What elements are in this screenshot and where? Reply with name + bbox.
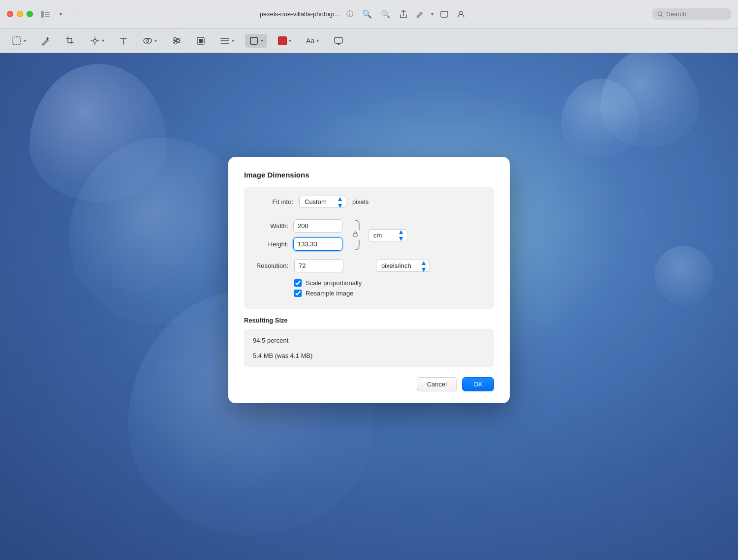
unit-select[interactable]: cm mm inches pixels — [368, 229, 407, 241]
height-row: Height: — [254, 237, 342, 251]
resample-checkbox[interactable] — [294, 290, 302, 297]
resolution-label: Resolution: — [254, 262, 288, 269]
fit-select[interactable]: Custom Screen Print Size — [299, 196, 346, 208]
width-input[interactable] — [293, 219, 342, 233]
cancel-button[interactable]: Cancel — [417, 377, 457, 391]
res-unit-select[interactable]: pixels/inch pixels/cm — [376, 260, 430, 272]
dialog-buttons: Cancel OK — [244, 377, 494, 391]
resulting-size-title: Resulting Size — [244, 317, 494, 324]
width-row: Width: — [254, 219, 342, 233]
lock-bracket — [348, 218, 362, 252]
height-input[interactable] — [293, 237, 342, 251]
pixels-label: pixels — [352, 198, 369, 206]
fit-select-wrapper[interactable]: Custom Screen Print Size ▲▼ — [299, 196, 346, 208]
fit-label: Fit into: — [254, 198, 293, 206]
svg-rect-24 — [353, 234, 357, 236]
resolution-input[interactable] — [294, 259, 343, 272]
ok-button[interactable]: OK — [462, 377, 494, 391]
res-unit-select-wrapper[interactable]: pixels/inch pixels/cm ▲▼ — [376, 260, 430, 272]
height-label: Height: — [254, 240, 288, 248]
resolution-row: Resolution: pixels/inch pixels/cm ▲▼ — [254, 259, 484, 272]
dialog-overlay: Image Dimensions Fit into: Custom Screen… — [0, 0, 738, 560]
lock-icon[interactable] — [351, 230, 360, 240]
checkboxes-area: Scale proportionally Resample image — [254, 279, 484, 297]
inputs-stack: Width: Height: — [254, 219, 342, 251]
scale-proportionally-label: Scale proportionally — [306, 279, 362, 287]
fit-row: Fit into: Custom Screen Print Size ▲▼ pi… — [254, 196, 484, 208]
scale-proportionally-checkbox[interactable] — [294, 279, 302, 287]
resulting-size-section: Resulting Size 94.5 percent 5.4 MB (was … — [244, 317, 494, 367]
resample-row: Resample image — [294, 290, 484, 297]
result-box: 94.5 percent 5.4 MB (was 4.1 MB) — [244, 329, 494, 367]
unit-select-wrapper[interactable]: cm mm inches pixels ▲▼ — [368, 229, 407, 241]
resample-label: Resample image — [306, 290, 354, 297]
dialog-title: Image Dimensions — [244, 171, 494, 179]
result-percent: 94.5 percent — [253, 337, 485, 344]
dimensions-section: Fit into: Custom Screen Print Size ▲▼ pi… — [244, 187, 494, 309]
image-dimensions-dialog: Image Dimensions Fit into: Custom Screen… — [228, 157, 510, 403]
wh-row: Width: Height: — [254, 218, 484, 252]
scale-proportionally-row: Scale proportionally — [294, 279, 484, 287]
width-label: Width: — [254, 222, 288, 230]
result-size: 5.4 MB (was 4.1 MB) — [253, 352, 485, 359]
